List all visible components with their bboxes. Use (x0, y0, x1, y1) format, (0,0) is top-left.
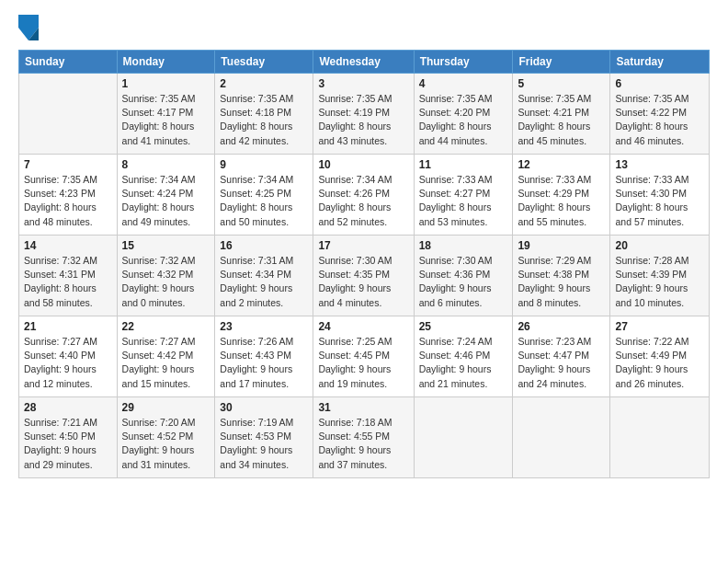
day-number: 2 (220, 77, 308, 90)
calendar-cell: 19Sunrise: 7:29 AMSunset: 4:38 PMDayligh… (513, 236, 610, 316)
day-number: 23 (220, 320, 308, 333)
day-number: 10 (318, 158, 408, 171)
day-info: Sunrise: 7:35 AMSunset: 4:18 PMDaylight:… (220, 92, 308, 148)
calendar-cell: 25Sunrise: 7:24 AMSunset: 4:46 PMDayligh… (414, 316, 513, 397)
day-number: 18 (419, 239, 508, 252)
day-info: Sunrise: 7:34 AMSunset: 4:24 PMDaylight:… (122, 173, 210, 229)
weekday-header-sunday: Sunday (19, 51, 118, 74)
day-info: Sunrise: 7:26 AMSunset: 4:43 PMDaylight:… (220, 335, 308, 391)
day-number: 9 (220, 158, 308, 171)
calendar-cell: 3Sunrise: 7:35 AMSunset: 4:19 PMDaylight… (313, 74, 414, 155)
calendar-cell: 15Sunrise: 7:32 AMSunset: 4:32 PMDayligh… (117, 236, 215, 316)
weekday-header-friday: Friday (513, 51, 610, 74)
calendar-cell: 7Sunrise: 7:35 AMSunset: 4:23 PMDaylight… (19, 155, 118, 236)
calendar-cell: 2Sunrise: 7:35 AMSunset: 4:18 PMDaylight… (215, 74, 313, 155)
calendar-cell: 30Sunrise: 7:19 AMSunset: 4:53 PMDayligh… (215, 397, 313, 478)
day-number: 15 (122, 239, 210, 252)
day-info: Sunrise: 7:25 AMSunset: 4:45 PMDaylight:… (318, 335, 408, 391)
day-info: Sunrise: 7:23 AMSunset: 4:47 PMDaylight:… (518, 335, 605, 391)
day-info: Sunrise: 7:27 AMSunset: 4:42 PMDaylight:… (122, 335, 210, 391)
day-info: Sunrise: 7:33 AMSunset: 4:30 PMDaylight:… (615, 173, 704, 229)
calendar-cell: 5Sunrise: 7:35 AMSunset: 4:21 PMDaylight… (513, 74, 610, 155)
calendar-cell: 16Sunrise: 7:31 AMSunset: 4:34 PMDayligh… (215, 236, 313, 316)
weekday-header-wednesday: Wednesday (313, 51, 414, 74)
calendar-cell: 8Sunrise: 7:34 AMSunset: 4:24 PMDaylight… (117, 155, 215, 236)
calendar-cell: 23Sunrise: 7:26 AMSunset: 4:43 PMDayligh… (215, 316, 313, 397)
day-number: 16 (220, 239, 308, 252)
page: SundayMondayTuesdayWednesdayThursdayFrid… (0, 0, 728, 563)
weekday-header-thursday: Thursday (414, 51, 513, 74)
day-number: 28 (24, 401, 112, 414)
day-number: 31 (318, 401, 408, 414)
day-number: 7 (24, 158, 112, 171)
day-info: Sunrise: 7:32 AMSunset: 4:31 PMDaylight:… (24, 254, 112, 310)
calendar-cell: 14Sunrise: 7:32 AMSunset: 4:31 PMDayligh… (19, 236, 118, 316)
week-row-4: 21Sunrise: 7:27 AMSunset: 4:40 PMDayligh… (19, 316, 710, 397)
logo (18, 15, 40, 40)
calendar-cell: 18Sunrise: 7:30 AMSunset: 4:36 PMDayligh… (414, 236, 513, 316)
day-number: 11 (419, 158, 508, 171)
day-number: 5 (518, 77, 605, 90)
header (18, 15, 710, 40)
day-number: 21 (24, 320, 112, 333)
day-info: Sunrise: 7:34 AMSunset: 4:25 PMDaylight:… (220, 173, 308, 229)
day-info: Sunrise: 7:27 AMSunset: 4:40 PMDaylight:… (24, 335, 112, 391)
day-info: Sunrise: 7:18 AMSunset: 4:55 PMDaylight:… (318, 416, 408, 472)
day-info: Sunrise: 7:21 AMSunset: 4:50 PMDaylight:… (24, 416, 112, 472)
day-info: Sunrise: 7:34 AMSunset: 4:26 PMDaylight:… (318, 173, 408, 229)
weekday-header-monday: Monday (117, 51, 215, 74)
day-number: 1 (122, 77, 210, 90)
calendar-cell: 20Sunrise: 7:28 AMSunset: 4:39 PMDayligh… (610, 236, 710, 316)
week-row-3: 14Sunrise: 7:32 AMSunset: 4:31 PMDayligh… (19, 236, 710, 316)
day-number: 13 (615, 158, 704, 171)
day-number: 19 (518, 239, 605, 252)
week-row-2: 7Sunrise: 7:35 AMSunset: 4:23 PMDaylight… (19, 155, 710, 236)
calendar-cell: 9Sunrise: 7:34 AMSunset: 4:25 PMDaylight… (215, 155, 313, 236)
day-info: Sunrise: 7:28 AMSunset: 4:39 PMDaylight:… (615, 254, 704, 310)
day-number: 17 (318, 239, 408, 252)
logo-icon (18, 15, 39, 40)
day-info: Sunrise: 7:24 AMSunset: 4:46 PMDaylight:… (419, 335, 508, 391)
day-info: Sunrise: 7:35 AMSunset: 4:17 PMDaylight:… (122, 92, 210, 148)
calendar-cell: 22Sunrise: 7:27 AMSunset: 4:42 PMDayligh… (117, 316, 215, 397)
week-row-5: 28Sunrise: 7:21 AMSunset: 4:50 PMDayligh… (19, 397, 710, 478)
day-info: Sunrise: 7:35 AMSunset: 4:22 PMDaylight:… (615, 92, 704, 148)
weekday-header-tuesday: Tuesday (215, 51, 313, 74)
day-info: Sunrise: 7:35 AMSunset: 4:21 PMDaylight:… (518, 92, 605, 148)
day-number: 29 (122, 401, 210, 414)
calendar-cell: 27Sunrise: 7:22 AMSunset: 4:49 PMDayligh… (610, 316, 710, 397)
day-number: 24 (318, 320, 408, 333)
calendar-cell: 21Sunrise: 7:27 AMSunset: 4:40 PMDayligh… (19, 316, 118, 397)
day-number: 14 (24, 239, 112, 252)
calendar-cell (414, 397, 513, 478)
weekday-row: SundayMondayTuesdayWednesdayThursdayFrid… (19, 51, 710, 74)
calendar-cell: 29Sunrise: 7:20 AMSunset: 4:52 PMDayligh… (117, 397, 215, 478)
day-number: 8 (122, 158, 210, 171)
calendar-cell: 6Sunrise: 7:35 AMSunset: 4:22 PMDaylight… (610, 74, 710, 155)
day-number: 26 (518, 320, 605, 333)
day-number: 6 (615, 77, 704, 90)
day-info: Sunrise: 7:33 AMSunset: 4:27 PMDaylight:… (419, 173, 508, 229)
day-info: Sunrise: 7:29 AMSunset: 4:38 PMDaylight:… (518, 254, 605, 310)
day-number: 30 (220, 401, 308, 414)
day-info: Sunrise: 7:22 AMSunset: 4:49 PMDaylight:… (615, 335, 704, 391)
day-number: 20 (615, 239, 704, 252)
calendar-header: SundayMondayTuesdayWednesdayThursdayFrid… (19, 51, 710, 74)
day-info: Sunrise: 7:35 AMSunset: 4:20 PMDaylight:… (419, 92, 508, 148)
day-info: Sunrise: 7:35 AMSunset: 4:19 PMDaylight:… (318, 92, 408, 148)
day-info: Sunrise: 7:30 AMSunset: 4:35 PMDaylight:… (318, 254, 408, 310)
day-number: 12 (518, 158, 605, 171)
calendar-cell: 13Sunrise: 7:33 AMSunset: 4:30 PMDayligh… (610, 155, 710, 236)
weekday-header-saturday: Saturday (610, 51, 710, 74)
calendar-cell: 4Sunrise: 7:35 AMSunset: 4:20 PMDaylight… (414, 74, 513, 155)
day-number: 3 (318, 77, 408, 90)
calendar-cell (610, 397, 710, 478)
calendar-cell: 24Sunrise: 7:25 AMSunset: 4:45 PMDayligh… (313, 316, 414, 397)
calendar-cell (19, 74, 118, 155)
day-number: 22 (122, 320, 210, 333)
day-number: 27 (615, 320, 704, 333)
day-info: Sunrise: 7:30 AMSunset: 4:36 PMDaylight:… (419, 254, 508, 310)
calendar-cell (513, 397, 610, 478)
day-info: Sunrise: 7:33 AMSunset: 4:29 PMDaylight:… (518, 173, 605, 229)
day-info: Sunrise: 7:31 AMSunset: 4:34 PMDaylight:… (220, 254, 308, 310)
